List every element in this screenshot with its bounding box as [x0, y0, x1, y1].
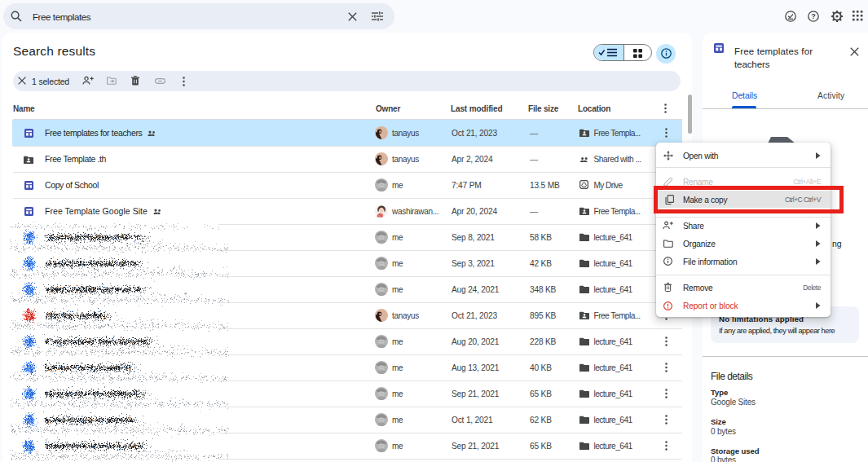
svg-text:?: ?: [811, 12, 816, 20]
